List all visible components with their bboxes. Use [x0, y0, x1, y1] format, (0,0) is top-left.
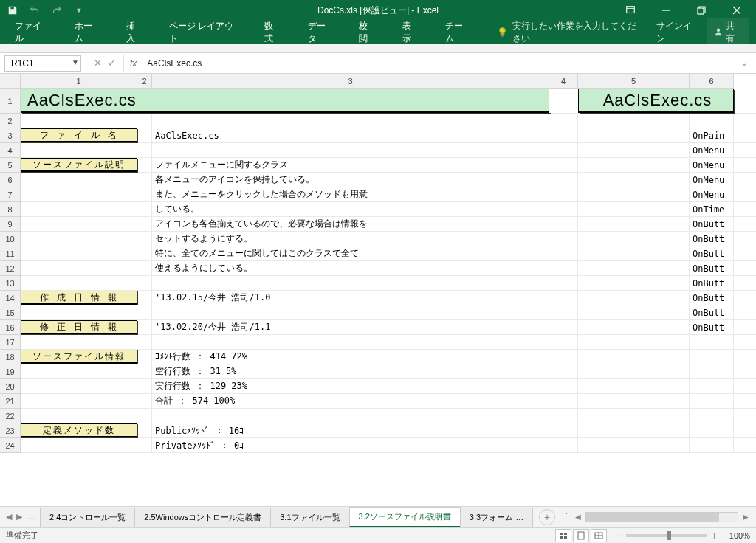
right-value[interactable]: OnMenu: [690, 187, 734, 201]
add-sheet-button[interactable]: +: [539, 509, 555, 525]
right-value[interactable]: OnButt: [690, 217, 734, 231]
horizontal-scrollbar[interactable]: [585, 512, 738, 522]
tab-nav-more[interactable]: …: [27, 512, 35, 522]
right-value[interactable]: OnPain: [690, 128, 734, 142]
method-line[interactable]: Publicﾒｿｯﾄﾞ ： 16ｺ: [152, 423, 549, 437]
row-header[interactable]: 22: [0, 409, 20, 423]
tab-split-handle[interactable]: ⋮: [563, 512, 571, 522]
desc-line[interactable]: セットするようにする。: [152, 232, 549, 246]
formula-input[interactable]: AaClsExec.cs: [142, 55, 741, 72]
col-header[interactable]: 3: [152, 74, 549, 88]
col-header[interactable]: 1: [21, 74, 137, 88]
row-header[interactable]: 12: [0, 261, 20, 276]
row-header[interactable]: 3: [0, 128, 20, 143]
desc-line[interactable]: 各メニューのアイコンを保持している。: [152, 173, 549, 187]
tell-me-search[interactable]: 💡 実行したい作業を入力してください: [497, 20, 644, 45]
label-method-cnt[interactable]: 定義メソッド数: [21, 423, 137, 437]
zoom-out-button[interactable]: −: [616, 530, 622, 542]
right-value[interactable]: OnMenu: [690, 143, 734, 157]
sheet-tab[interactable]: 2.4コントロール一覧: [40, 508, 135, 527]
row-header[interactable]: 18: [0, 350, 20, 364]
row-header[interactable]: 5: [0, 158, 20, 173]
info-line[interactable]: 合計 ： 574 100%: [152, 394, 549, 408]
hscroll-thumb[interactable]: [586, 513, 719, 522]
row-header[interactable]: 19: [0, 364, 20, 379]
row-header[interactable]: 23: [0, 423, 20, 438]
cells-area[interactable]: AaClsExec.cs AaClsExec.cs フ ァ イ ル 名AaCls…: [21, 89, 756, 453]
row-header[interactable]: 8: [0, 202, 20, 217]
desc-line[interactable]: 使えるようにしている。: [152, 261, 549, 275]
info-line[interactable]: 実行行数 ： 129 23%: [152, 379, 549, 393]
col-header[interactable]: 2: [137, 74, 152, 88]
ribbon-options-icon[interactable]: [614, 0, 647, 21]
fx-icon[interactable]: fx: [124, 58, 142, 69]
value-file[interactable]: AaClsExec.cs: [152, 128, 549, 142]
zoom-in-button[interactable]: +: [712, 530, 718, 542]
row-header[interactable]: 20: [0, 379, 20, 394]
info-line[interactable]: 空行行数 ： 31 5%: [152, 364, 549, 378]
hscroll-left-icon[interactable]: ◀: [575, 513, 581, 521]
accept-formula-icon[interactable]: ✓: [108, 58, 116, 69]
col-header[interactable]: 6: [690, 74, 734, 88]
value-modified[interactable]: '13.02.20/今井 浩司/1.1: [152, 320, 549, 334]
share-button[interactable]: 共有: [707, 18, 749, 47]
info-line[interactable]: ｺﾒﾝﾄ行数 ： 414 72%: [152, 350, 549, 364]
right-value[interactable]: OnButt: [690, 261, 734, 275]
signin-link[interactable]: サインイン: [656, 20, 697, 45]
col-header[interactable]: 5: [578, 74, 690, 88]
desc-line[interactable]: 特に、全てのメニューに関してはこのクラスで全て: [152, 246, 549, 260]
method-line[interactable]: Privateﾒｿｯﾄﾞ ： 0ｺ: [152, 438, 549, 452]
select-all-corner[interactable]: [0, 74, 21, 89]
right-value[interactable]: OnMenu: [690, 158, 734, 172]
label-file[interactable]: フ ァ イ ル 名: [21, 128, 137, 142]
row-header[interactable]: 15: [0, 305, 20, 320]
desc-line[interactable]: アイコンも各色揃えているので、必要な場合は情報を: [152, 217, 549, 231]
row-header[interactable]: 21: [0, 394, 20, 409]
row-header[interactable]: 2: [0, 114, 20, 128]
sheet-title-left[interactable]: AaClsExec.cs: [21, 89, 549, 113]
row-header[interactable]: 1: [0, 89, 20, 114]
desc-line[interactable]: また、メニューをクリックした場合のメソッドも用意: [152, 187, 549, 201]
zoom-thumb[interactable]: [667, 531, 671, 540]
row-header[interactable]: 11: [0, 246, 20, 261]
label-src-desc[interactable]: ソースファイル説明: [21, 158, 137, 172]
sheet-title-right[interactable]: AaClsExec.cs: [578, 89, 734, 113]
desc-line[interactable]: ファイルメニューに関するクラス: [152, 158, 549, 172]
save-icon[interactable]: [6, 4, 19, 17]
row-header[interactable]: 13: [0, 276, 20, 291]
right-value[interactable]: OnButt: [690, 232, 734, 246]
row-header[interactable]: 6: [0, 173, 20, 187]
zoom-slider[interactable]: [626, 534, 707, 537]
row-header[interactable]: 24: [0, 438, 20, 453]
undo-icon[interactable]: [28, 4, 41, 17]
row-header[interactable]: 17: [0, 335, 20, 350]
hscroll-right-icon[interactable]: ▶: [743, 513, 749, 521]
value-created[interactable]: '13.02.15/今井 浩司/1.0: [152, 291, 549, 305]
right-value[interactable]: OnButt: [690, 246, 734, 260]
name-box[interactable]: R1C1 ▼: [4, 55, 81, 72]
right-value[interactable]: OnButt: [690, 291, 734, 305]
view-break-icon[interactable]: [591, 529, 607, 542]
row-header[interactable]: 16: [0, 320, 20, 335]
qat-dropdown-icon[interactable]: ▼: [72, 4, 86, 17]
redo-icon[interactable]: [50, 4, 63, 17]
zoom-level[interactable]: 100%: [722, 531, 750, 540]
right-value[interactable]: OnMenu: [690, 173, 734, 187]
right-value[interactable]: OnButt: [690, 276, 734, 290]
desc-line[interactable]: している。: [152, 202, 549, 216]
expand-formula-icon[interactable]: ⌄: [741, 59, 756, 67]
right-value[interactable]: OnTime: [690, 202, 734, 216]
label-created[interactable]: 作 成 日 情 報: [21, 291, 137, 305]
row-header[interactable]: 14: [0, 291, 20, 305]
right-value[interactable]: OnButt: [690, 305, 734, 319]
row-header[interactable]: 9: [0, 217, 20, 232]
row-header[interactable]: 7: [0, 187, 20, 202]
row-header[interactable]: 4: [0, 143, 20, 158]
sheet-tab[interactable]: 3.3フォーム …: [460, 508, 533, 527]
tab-nav-next-icon[interactable]: ▶: [16, 512, 22, 522]
label-src-info[interactable]: ソースファイル情報: [21, 350, 137, 364]
col-header[interactable]: 4: [549, 74, 578, 88]
view-page-icon[interactable]: [573, 529, 589, 542]
sheet-tab[interactable]: 2.5Windowsコントロール定義書: [134, 508, 271, 527]
tab-nav-prev-icon[interactable]: ◀: [6, 512, 12, 522]
